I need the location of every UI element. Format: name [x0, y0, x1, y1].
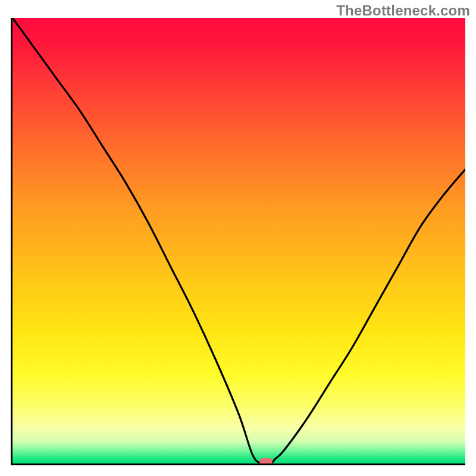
curve-svg	[12, 18, 465, 464]
chart-container: TheBottleneck.com	[0, 0, 476, 476]
bottleneck-curve-path	[12, 18, 465, 464]
attribution-label: TheBottleneck.com	[336, 2, 470, 19]
plot-area	[11, 18, 465, 465]
optimal-marker	[259, 458, 273, 465]
